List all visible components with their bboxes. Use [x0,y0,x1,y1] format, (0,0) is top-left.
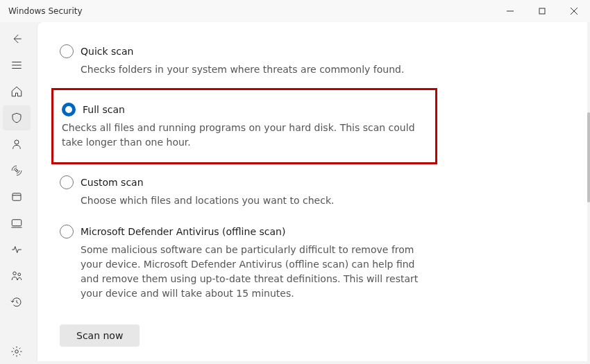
option-quick-scan[interactable]: Quick scan Checks folders in your system… [60,36,428,85]
option-desc: Checks folders in your system where thre… [81,62,428,77]
svg-point-14 [18,273,21,276]
nav-firewall[interactable] [3,158,31,183]
option-offline-scan[interactable]: Microsoft Defender Antivirus (offline sc… [60,216,428,309]
minimize-button[interactable] [494,0,526,22]
window-controls [494,0,590,22]
sidebar [0,22,33,364]
svg-point-15 [15,350,19,354]
svg-rect-11 [12,220,22,226]
option-full-scan[interactable]: Full scan Checks all files and running p… [51,88,437,164]
nav-settings[interactable] [3,339,31,364]
content-area: Quick scan Checks folders in your system… [37,22,587,361]
svg-rect-9 [12,193,21,201]
option-title: Full scan [83,104,125,115]
titlebar: Windows Security [0,0,590,22]
radio-offline-scan[interactable] [60,225,74,239]
radio-quick-scan[interactable] [60,44,74,58]
svg-point-13 [13,272,17,275]
option-custom-scan[interactable]: Custom scan Choose which files and locat… [60,167,428,216]
nav-virus-protection[interactable] [3,105,31,130]
option-desc: Checks all files and running programs on… [62,121,428,150]
svg-point-8 [16,170,18,172]
close-button[interactable] [558,0,590,22]
scan-now-button[interactable]: Scan now [60,324,140,347]
option-title: Custom scan [81,177,144,188]
nav-app-browser-control[interactable] [3,184,31,209]
menu-button[interactable] [3,53,31,78]
nav-protection-history[interactable] [3,290,31,315]
back-button[interactable] [3,26,31,51]
maximize-button[interactable] [526,0,558,22]
scrollbar-thumb[interactable] [587,112,590,202]
option-desc: Choose which files and locations you wan… [81,193,428,208]
nav-account-protection[interactable] [3,132,31,157]
nav-device-performance[interactable] [3,237,31,262]
option-title: Quick scan [81,46,133,57]
radio-custom-scan[interactable] [60,175,74,189]
nav-home[interactable] [3,79,31,104]
radio-full-scan[interactable] [62,103,76,116]
nav-device-security[interactable] [3,211,31,236]
svg-point-7 [15,140,19,144]
window-title: Windows Security [8,6,83,16]
svg-rect-1 [539,8,545,14]
option-title: Microsoft Defender Antivirus (offline sc… [81,226,285,237]
option-desc: Some malicious software can be particula… [81,243,428,301]
nav-family-options[interactable] [3,263,31,288]
